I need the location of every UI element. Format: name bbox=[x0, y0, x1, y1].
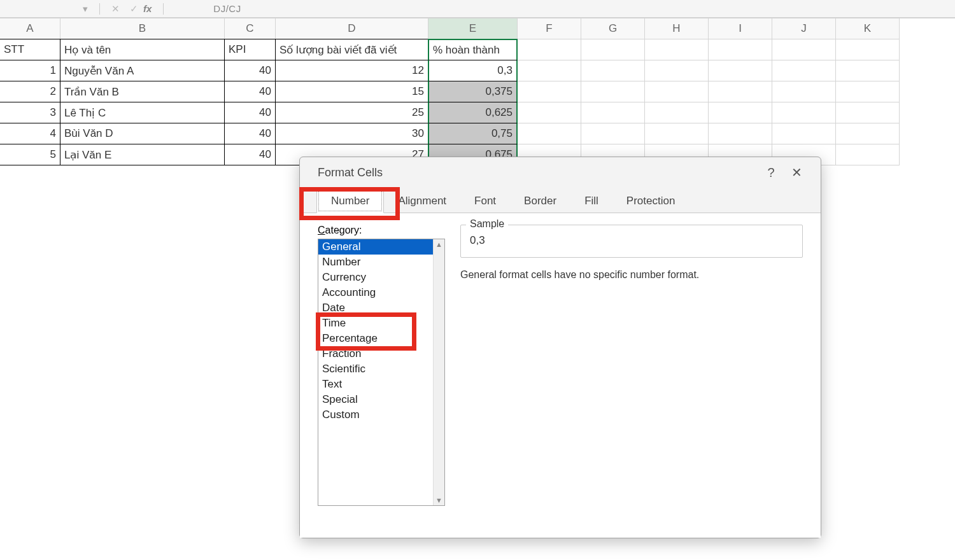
cell[interactable] bbox=[518, 102, 581, 123]
cell[interactable]: 5 bbox=[0, 144, 60, 165]
cell[interactable] bbox=[709, 102, 772, 123]
cell[interactable]: 25 bbox=[275, 102, 428, 123]
category-listbox[interactable]: General Number Currency Accounting Date … bbox=[318, 239, 445, 506]
col-header-G[interactable]: G bbox=[581, 18, 645, 39]
col-header-I[interactable]: I bbox=[709, 18, 772, 39]
help-button[interactable]: ? bbox=[758, 165, 784, 180]
cell[interactable] bbox=[581, 102, 645, 123]
cell[interactable] bbox=[836, 144, 900, 165]
cell[interactable]: 3 bbox=[0, 102, 60, 123]
cell[interactable]: 4 bbox=[0, 123, 60, 144]
list-item[interactable]: Special bbox=[318, 392, 444, 407]
cell[interactable]: 2 bbox=[0, 81, 60, 102]
cell[interactable]: Lê Thị C bbox=[60, 102, 225, 123]
tab-number[interactable]: Number bbox=[316, 189, 384, 213]
close-button[interactable]: ✕ bbox=[784, 165, 809, 180]
col-header-H[interactable]: H bbox=[645, 18, 709, 39]
formula-text[interactable]: DJ/CJ bbox=[213, 3, 241, 14]
cell[interactable] bbox=[709, 123, 772, 144]
cell[interactable]: 0,625 bbox=[428, 102, 518, 123]
cell[interactable]: 40 bbox=[224, 60, 276, 81]
cell[interactable]: 40 bbox=[224, 81, 276, 102]
cell[interactable] bbox=[645, 60, 709, 81]
cell[interactable]: 12 bbox=[275, 60, 428, 81]
col-header-A[interactable]: A bbox=[0, 18, 60, 39]
list-item[interactable]: Custom bbox=[318, 407, 444, 423]
col-header-F[interactable]: F bbox=[518, 18, 581, 39]
cell[interactable]: 0,375 bbox=[428, 81, 518, 102]
check-icon[interactable]: ✓ bbox=[130, 3, 138, 15]
list-item[interactable]: Accounting bbox=[318, 285, 444, 300]
cell[interactable] bbox=[709, 39, 772, 60]
cell[interactable] bbox=[581, 123, 645, 144]
scrollbar[interactable]: ▲ ▼ bbox=[433, 239, 444, 505]
cell[interactable]: 15 bbox=[275, 81, 428, 102]
col-header-D[interactable]: D bbox=[276, 18, 428, 39]
cell[interactable] bbox=[709, 81, 772, 102]
cell[interactable] bbox=[581, 39, 645, 60]
dropdown-icon[interactable]: ▾ bbox=[83, 3, 88, 15]
cell[interactable] bbox=[518, 123, 581, 144]
col-header-E[interactable]: E bbox=[428, 18, 518, 39]
cell[interactable] bbox=[836, 81, 900, 102]
cell[interactable]: 40 bbox=[224, 102, 276, 123]
cell[interactable]: % hoàn thành bbox=[428, 39, 518, 60]
col-header-B[interactable]: B bbox=[60, 18, 225, 39]
cell[interactable] bbox=[772, 102, 836, 123]
cell[interactable] bbox=[518, 81, 581, 102]
col-header-C[interactable]: C bbox=[225, 18, 276, 39]
cell[interactable]: Bùi Văn D bbox=[60, 123, 225, 144]
cell[interactable]: Số lượng bài viết đã viết bbox=[275, 39, 428, 60]
cell[interactable] bbox=[836, 39, 900, 60]
cell[interactable] bbox=[518, 60, 581, 81]
list-item[interactable]: Date bbox=[318, 300, 444, 316]
list-item[interactable]: Scientific bbox=[318, 361, 444, 377]
cell[interactable] bbox=[645, 123, 709, 144]
col-header-K[interactable]: K bbox=[836, 18, 900, 39]
list-item[interactable]: Currency bbox=[318, 270, 444, 285]
cell[interactable]: 1 bbox=[0, 60, 60, 81]
list-item[interactable]: Text bbox=[318, 377, 444, 392]
cell[interactable]: Lại Văn E bbox=[60, 144, 225, 165]
tab-font[interactable]: Font bbox=[460, 190, 510, 213]
scroll-up-icon[interactable]: ▲ bbox=[435, 241, 442, 248]
cell[interactable]: STT bbox=[0, 39, 60, 60]
cell[interactable] bbox=[836, 60, 900, 81]
list-item[interactable]: Number bbox=[318, 255, 444, 270]
cell[interactable]: 40 bbox=[224, 144, 276, 165]
list-item[interactable]: Fraction bbox=[318, 346, 444, 361]
cell[interactable] bbox=[581, 60, 645, 81]
cell[interactable] bbox=[836, 102, 900, 123]
list-item[interactable]: Time bbox=[318, 316, 444, 331]
fx-icon[interactable]: fx bbox=[143, 3, 152, 14]
cell[interactable] bbox=[709, 60, 772, 81]
cell[interactable] bbox=[772, 39, 836, 60]
cell[interactable] bbox=[836, 123, 900, 144]
cell[interactable] bbox=[772, 60, 836, 81]
cancel-icon[interactable]: ✕ bbox=[111, 3, 120, 15]
tab-fill[interactable]: Fill bbox=[570, 190, 612, 213]
cell[interactable]: 30 bbox=[275, 123, 428, 144]
cell[interactable]: 40 bbox=[224, 123, 276, 144]
cell[interactable] bbox=[645, 102, 709, 123]
scroll-down-icon[interactable]: ▼ bbox=[435, 496, 442, 504]
col-header-J[interactable]: J bbox=[772, 18, 836, 39]
cell[interactable]: Trần Văn B bbox=[60, 81, 225, 102]
list-item[interactable]: Percentage bbox=[318, 331, 444, 346]
cell[interactable] bbox=[772, 81, 836, 102]
cell[interactable] bbox=[645, 39, 709, 60]
cell[interactable]: 0,75 bbox=[428, 123, 518, 144]
spreadsheet-grid[interactable]: A B C D E F G H I J K STT Họ và tên KPI … bbox=[0, 18, 955, 165]
cell[interactable] bbox=[645, 81, 709, 102]
cell[interactable]: Nguyễn Văn A bbox=[60, 60, 225, 81]
list-item[interactable]: General bbox=[318, 239, 444, 255]
tab-alignment[interactable]: Alignment bbox=[384, 190, 460, 213]
tab-border[interactable]: Border bbox=[510, 190, 570, 213]
cell[interactable] bbox=[518, 39, 581, 60]
tab-protection[interactable]: Protection bbox=[612, 190, 690, 213]
cell[interactable]: Họ và tên bbox=[60, 39, 225, 60]
cell[interactable] bbox=[772, 123, 836, 144]
cell[interactable]: 0,3 bbox=[428, 60, 518, 81]
cell[interactable] bbox=[581, 81, 645, 102]
cell[interactable]: KPI bbox=[224, 39, 276, 60]
